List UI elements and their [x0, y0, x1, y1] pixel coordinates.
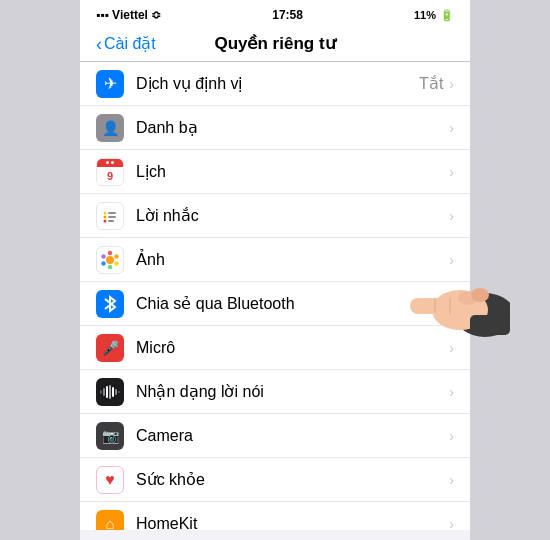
svg-point-8: [114, 254, 118, 258]
microphone-chevron-icon: ›: [449, 340, 454, 356]
photos-label: Ảnh: [136, 250, 449, 269]
health-chevron-icon: ›: [449, 472, 454, 488]
reminders-icon: [96, 202, 124, 230]
bluetooth-icon: [96, 290, 124, 318]
microphone-row[interactable]: 🎤 Micrô ›: [80, 326, 470, 370]
health-row[interactable]: ♥ Sức khỏe ›: [80, 458, 470, 502]
camera-row[interactable]: 📷 Camera ›: [80, 414, 470, 458]
homekit-icon: ⌂: [96, 510, 124, 531]
bluetooth-label: Chia sẻ qua Bluetooth: [136, 294, 449, 313]
bluetooth-chevron-icon: ›: [449, 296, 454, 312]
camera-label: Camera: [136, 427, 449, 445]
homekit-chevron-icon: ›: [449, 516, 454, 531]
page-title: Quyền riêng tư: [214, 33, 335, 54]
svg-rect-13: [100, 390, 102, 394]
camera-icon: 📷: [96, 422, 124, 450]
calendar-chevron-icon: ›: [449, 164, 454, 180]
svg-point-10: [108, 264, 112, 268]
siri-row[interactable]: Nhận dạng lời nói ›: [80, 370, 470, 414]
privacy-section: ✈ Dịch vụ định vị Tắt › 👤 Danh bạ › 9: [80, 62, 470, 530]
wifi-icon: ≎: [151, 8, 161, 22]
contacts-label: Danh bạ: [136, 118, 449, 137]
microphone-icon: 🎤: [96, 334, 124, 362]
location-label: Dịch vụ định vị: [136, 74, 419, 93]
svg-point-6: [106, 256, 114, 264]
svg-rect-5: [108, 220, 114, 222]
svg-rect-4: [108, 216, 116, 218]
nav-bar: ‹ Cài đặt Quyền riêng tư: [80, 28, 470, 62]
location-icon: ✈: [96, 70, 124, 98]
contacts-row[interactable]: 👤 Danh bạ ›: [80, 106, 470, 150]
siri-chevron-icon: ›: [449, 384, 454, 400]
location-value: Tắt: [419, 74, 443, 93]
svg-rect-3: [108, 212, 116, 214]
svg-rect-28: [470, 315, 510, 335]
photos-row[interactable]: Ảnh ›: [80, 238, 470, 282]
siri-label: Nhận dạng lời nói: [136, 382, 449, 401]
back-chevron-icon: ‹: [96, 35, 102, 53]
svg-point-11: [101, 261, 105, 265]
health-icon: ♥: [96, 466, 124, 494]
svg-rect-19: [118, 391, 120, 393]
back-button[interactable]: ‹ Cài đặt: [96, 34, 156, 53]
reminders-row[interactable]: Lời nhắc ›: [80, 194, 470, 238]
photos-icon: [96, 246, 124, 274]
battery-area: 11% 🔋: [414, 9, 454, 22]
battery-percent: 11%: [414, 9, 436, 21]
contacts-icon: 👤: [96, 114, 124, 142]
svg-point-27: [471, 288, 489, 302]
svg-point-12: [101, 254, 105, 258]
homekit-row[interactable]: ⌂ HomeKit ›: [80, 502, 470, 530]
camera-chevron-icon: ›: [449, 428, 454, 444]
svg-rect-14: [103, 388, 105, 396]
signal-bars: ▪▪▪: [96, 8, 109, 22]
microphone-label: Micrô: [136, 339, 449, 357]
calendar-label: Lịch: [136, 162, 449, 181]
bluetooth-row[interactable]: Chia sẻ qua Bluetooth ›: [80, 282, 470, 326]
back-label: Cài đặt: [104, 34, 156, 53]
svg-rect-17: [112, 387, 114, 397]
calendar-row[interactable]: 9 Lịch ›: [80, 150, 470, 194]
phone-screen: ▪▪▪ Viettel ≎ 17:58 11% 🔋 ‹ Cài đặt Quyề…: [80, 0, 470, 540]
svg-rect-16: [109, 385, 111, 399]
status-bar: ▪▪▪ Viettel ≎ 17:58 11% 🔋: [80, 0, 470, 28]
health-label: Sức khỏe: [136, 470, 449, 489]
reminders-label: Lời nhắc: [136, 206, 449, 225]
time-display: 17:58: [272, 8, 303, 22]
location-services-row[interactable]: ✈ Dịch vụ định vị Tắt ›: [80, 62, 470, 106]
contacts-chevron-icon: ›: [449, 120, 454, 136]
svg-rect-15: [106, 386, 108, 398]
carrier-signal: ▪▪▪ Viettel ≎: [96, 8, 161, 22]
svg-point-7: [108, 250, 112, 254]
svg-point-9: [114, 261, 118, 265]
photos-chevron-icon: ›: [449, 252, 454, 268]
calendar-icon: 9: [96, 158, 124, 186]
homekit-label: HomeKit: [136, 515, 449, 531]
battery-icon: 🔋: [440, 9, 454, 22]
svg-point-2: [104, 219, 107, 222]
settings-list: ✈ Dịch vụ định vị Tắt › 👤 Danh bạ › 9: [80, 62, 470, 530]
svg-point-1: [104, 215, 107, 218]
siri-icon: [96, 378, 124, 406]
location-chevron-icon: ›: [449, 76, 454, 92]
svg-point-0: [104, 211, 107, 214]
svg-rect-18: [115, 389, 117, 395]
reminders-chevron-icon: ›: [449, 208, 454, 224]
carrier-name: Viettel: [112, 8, 148, 22]
